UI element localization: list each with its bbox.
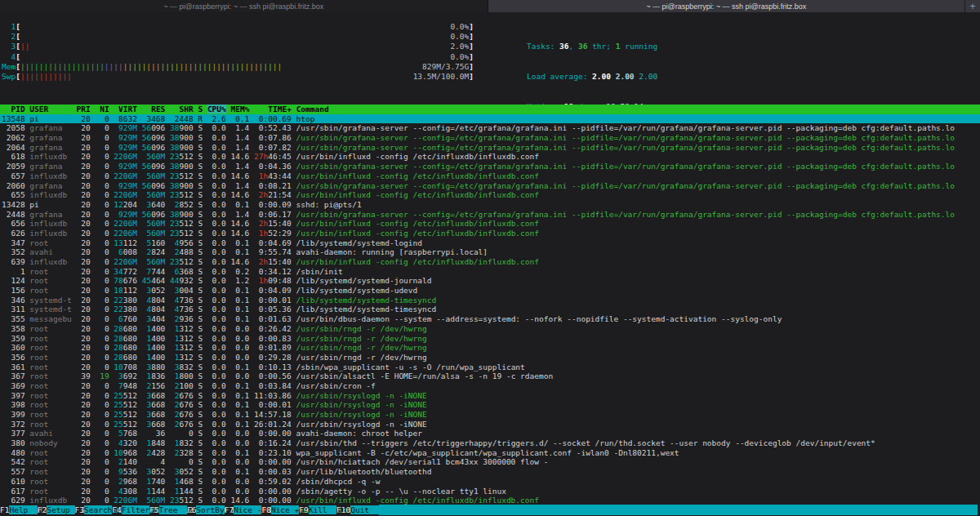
process-row[interactable]: 557 root 20 0 9536 3052 3052 S 0.0 0.1 0… [0,467,980,477]
process-command: /lib/systemd/systemd-journald [296,276,432,285]
process-row[interactable]: 626 influxdb 20 0 2206M 560M 23512 S 0.0… [0,229,980,238]
process-command: /usr/bin/influxd -config /etc/influxdb/i… [296,171,539,180]
process-command: sshd: pi@pts/1 [296,200,362,209]
process-command: /usr/sbin/rngd -r /dev/hwrng [296,324,427,333]
fn-button-kill[interactable]: F9Kill [299,505,336,515]
process-command: /usr/bin/hciattach /dev/serial1 bcm43xx … [296,457,549,466]
process-command: avahi-daemon: running [raspberrypi.local… [296,247,488,256]
process-command: /usr/bin/influxd -config /etc/influxdb/i… [296,257,539,266]
process-row[interactable]: 13428 pi 20 0 12204 3640 2852 S 0.0 0.1 … [0,200,980,210]
process-row[interactable]: 398 root 20 0 25512 3668 2676 S 0.0 0.1 … [0,400,980,410]
process-row[interactable]: 347 root 20 0 13112 5160 4956 S 0.0 0.1 … [0,238,980,248]
process-row[interactable]: 655 influxdb 20 0 2206M 560M 23512 S 0.0… [0,190,980,200]
tasks-line: Tasks: 36, 36 thr; 1 running [527,42,657,51]
meter-value: 0.0% [450,52,469,62]
process-row[interactable]: 610 root 20 0 2968 1740 1468 S 0.0 0.0 0… [0,477,980,487]
swap-meter: Swp[|||||||||||13.5M/100.0M] [2,72,474,82]
tab-bar: ~ — pi@raspberrypi: ~ — ssh pi@raspbi.fr… [0,0,980,12]
column-header-mem[interactable]: MEM% [231,105,250,113]
process-command: htop [296,114,315,123]
process-row[interactable]: 2059 grafana 20 0 929M 56096 38900 S 0.0… [0,162,980,171]
process-row[interactable]: 399 root 20 0 25512 3668 2676 S 0.0 0.1 … [0,410,980,420]
process-row[interactable]: 2062 grafana 20 0 929M 56096 38900 S 0.0… [0,133,980,143]
process-command: /usr/sbin/rngd -r /dev/hwrng [296,343,427,352]
process-table: PID USER PRI NI VIRT RES SHR S CPU% MEM%… [0,105,980,515]
process-row[interactable]: 542 root 20 0 2140 4 0 S 0.0 0.0 0:00.00… [0,457,980,467]
fn-button-help[interactable]: F1Help [0,505,38,515]
process-row[interactable]: 480 root 20 0 10968 2428 2328 S 0.0 0.1 … [0,448,980,458]
process-row[interactable]: 2060 grafana 20 0 929M 56096 38900 S 0.0… [0,181,980,191]
process-row[interactable]: 2058 grafana 20 0 929M 56096 38900 S 0.0… [0,123,980,133]
fn-button-nice[interactable]: F7Nice - [225,505,262,515]
process-command: /usr/bin/dbus-daemon --system --address=… [296,314,782,323]
process-row[interactable]: 380 nobody 20 0 4320 1848 1832 S 0.0 0.0… [0,438,980,448]
process-row[interactable]: 1 root 20 0 34772 7744 6368 S 0.0 0.2 0:… [0,267,980,277]
cpu3-meter: 3[||2.0%] [2,42,474,51]
fn-button-search[interactable]: F3Search [75,505,113,515]
tab-title: ~ — pi@raspberrypi: ~ — ssh pi@raspbi.fr… [163,2,323,11]
function-key-bar: F1Help F2Setup F3SearchF4FilterF5Tree F6… [0,505,980,515]
process-row[interactable]: 124 root 20 0 78676 45464 44932 S 0.0 1.… [0,276,980,286]
column-header-cpu[interactable]: CPU% [207,105,226,113]
cpu1-meter: 1[0.0%] [2,22,474,32]
process-row[interactable]: 2064 grafana 20 0 929M 56096 38900 S 0.0… [0,143,980,153]
tab-title: ~ — pi@raspberrypi: ~ — ssh pi@raspbi.fr… [646,2,806,11]
process-command: /usr/sbin/alsactl -E HOME=/run/alsa -s -… [296,371,554,380]
process-command: /usr/sbin/grafana-server --config=/etc/g… [296,181,955,190]
column-header-pri[interactable]: PRI [77,105,91,113]
fn-button-tree[interactable]: F5Tree [149,505,187,515]
process-row[interactable]: 352 avahi 20 0 6008 2824 2488 S 0.0 0.1 … [0,247,980,257]
htop-header: 1[0.0%] 2[0.0%] 3[||2.0%] 4[0.0%]Mem[|||… [0,12,980,92]
process-command: wpa_supplicant -B -c/etc/wpa_supplicant/… [296,448,679,457]
process-command: /usr/sbin/rsyslogd -n -iNONE [296,400,427,409]
process-row[interactable]: 657 influxdb 20 0 2206M 560M 23512 S 0.0… [0,171,980,181]
terminal-tab-2[interactable]: ~ — pi@raspberrypi: ~ — ssh pi@raspbi.fr… [488,0,965,12]
meter-value: 829M/3.75G [422,62,469,72]
process-row[interactable]: 2448 grafana 20 0 929M 56096 38900 S 0.0… [0,210,980,220]
fn-button-quit[interactable]: F10Quit [336,505,379,515]
column-header-user[interactable]: USER [29,105,71,113]
process-command: /usr/bin/influxd -config /etc/influxdb/i… [296,190,539,199]
fn-button-setup[interactable]: F2Setup [38,505,75,515]
process-row[interactable]: 367 root 39 19 3692 1836 1800 S 0.0 0.0 … [0,371,980,381]
terminal-tab-1[interactable]: ~ — pi@raspberrypi: ~ — ssh pi@raspbi.fr… [0,0,488,12]
fn-button-filter[interactable]: F4Filter [112,505,149,515]
meter-value: 0.0% [450,22,469,32]
column-header-ni[interactable]: NI [95,105,109,113]
meter-value: 0.0% [450,32,469,42]
process-row[interactable]: 311 systemd-t 20 0 22380 4804 4736 S 0.0… [0,305,980,314]
process-command: /usr/sbin/rngd -r /dev/hwrng [296,334,427,343]
process-row[interactable]: 360 root 20 0 28680 1400 1312 S 0.0 0.0 … [0,343,980,353]
process-row[interactable]: 361 root 20 0 10708 3880 3832 S 0.0 0.1 … [0,363,980,372]
process-row[interactable]: 618 influxdb 20 0 2206M 560M 23512 S 0.0… [0,152,980,162]
meter-value: 13.5M/100.0M [413,72,470,82]
process-command: /usr/sbin/grafana-server --config=/etc/g… [296,162,955,171]
process-command: /usr/bin/influxd -config /etc/influxdb/i… [296,496,539,505]
column-header-pid[interactable]: PID [2,105,25,113]
process-row[interactable]: 156 root 20 0 18112 3052 3004 S 0.0 0.1 … [0,286,980,296]
process-row[interactable]: 355 messagebu 20 0 6760 3404 2936 S 0.0 … [0,314,980,324]
process-row[interactable]: 358 root 20 0 28680 1400 1312 S 0.0 0.0 … [0,324,980,334]
process-row[interactable]: 639 influxdb 20 0 2206M 560M 23512 S 0.0… [0,257,980,267]
fnbar-filler [379,505,978,515]
process-row[interactable]: 359 root 20 0 28680 1400 1312 S 0.0 0.0 … [0,334,980,344]
column-header-time[interactable]: TIME+ [254,105,292,113]
process-row[interactable]: 372 root 20 0 25512 3668 2676 S 0.0 0.1 … [0,420,980,429]
process-row[interactable]: 617 root 20 0 4308 1144 1144 S 0.0 0.0 0… [0,487,980,496]
fn-button-sortby[interactable]: F6SortBy [187,505,225,515]
new-tab-button[interactable]: + [964,0,980,12]
process-command: /usr/sbin/grafana-server --config=/etc/g… [296,143,955,152]
process-row[interactable]: 356 root 20 0 28680 1400 1312 S 0.0 0.0 … [0,353,980,363]
column-header-command[interactable]: Command [296,105,329,113]
process-row[interactable]: 656 influxdb 20 0 2206M 560M 23512 S 0.0… [0,219,980,229]
column-header-res[interactable]: RES [142,105,166,113]
column-header-virt[interactable]: VIRT [114,105,137,113]
fn-button-nice[interactable]: F8Nice + [261,505,299,515]
process-row[interactable]: 377 avahi 20 0 5768 36 0 S 0.0 0.0 0:00.… [0,429,980,438]
process-row[interactable]: 13548 pi 20 0 8632 3468 2448 R 2.6 0.1 0… [0,114,980,124]
process-row[interactable]: 397 root 20 0 25512 3668 2676 S 0.0 0.1 … [0,391,980,401]
meter-value: 2.0% [450,42,469,51]
process-row[interactable]: 346 systemd-t 20 0 22380 4804 4736 S 0.0… [0,296,980,305]
column-header-shr[interactable]: SHR [170,105,194,113]
process-row[interactable]: 369 root 20 0 7948 2156 2100 S 0.0 0.1 0… [0,381,980,391]
